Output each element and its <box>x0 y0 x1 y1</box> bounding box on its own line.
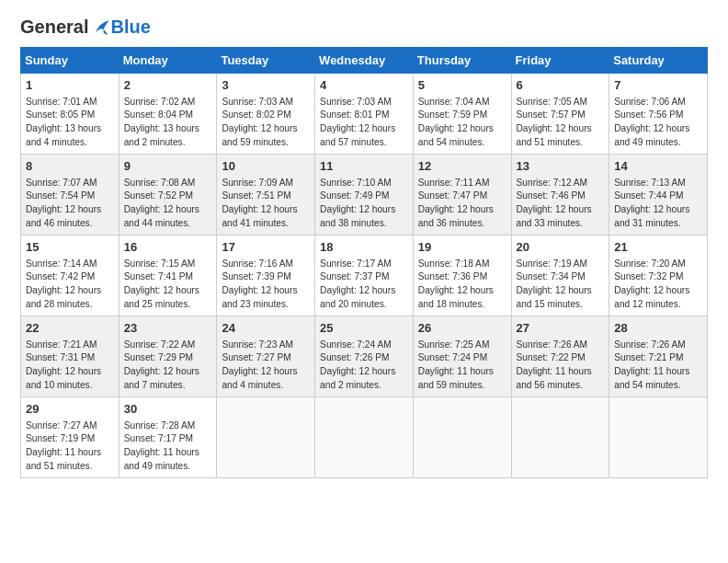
day-info: Sunrise: 7:27 AMSunset: 7:19 PMDaylight:… <box>26 420 101 471</box>
week-row-2: 8Sunrise: 7:07 AMSunset: 7:54 PMDaylight… <box>21 155 708 236</box>
day-cell-30: 30Sunrise: 7:28 AMSunset: 7:17 PMDayligh… <box>119 397 217 478</box>
day-cell-26: 26Sunrise: 7:25 AMSunset: 7:24 PMDayligh… <box>413 316 511 397</box>
day-info: Sunrise: 7:11 AMSunset: 7:47 PMDaylight:… <box>418 178 494 228</box>
day-cell-8: 8Sunrise: 7:07 AMSunset: 7:54 PMDaylight… <box>21 155 119 236</box>
day-info: Sunrise: 7:20 AMSunset: 7:32 PMDaylight:… <box>614 259 689 309</box>
day-number: 20 <box>517 239 605 256</box>
day-info: Sunrise: 7:07 AMSunset: 7:54 PMDaylight:… <box>26 178 101 228</box>
day-number: 22 <box>26 320 114 337</box>
header: General Blue <box>20 17 708 38</box>
header-tuesday: Tuesday <box>217 48 315 74</box>
day-info: Sunrise: 7:08 AMSunset: 7:52 PMDaylight:… <box>124 178 199 228</box>
day-cell-20: 20Sunrise: 7:19 AMSunset: 7:34 PMDayligh… <box>511 236 609 316</box>
day-info: Sunrise: 7:13 AMSunset: 7:44 PMDaylight:… <box>614 178 689 228</box>
day-number: 21 <box>614 239 702 256</box>
day-cell-2: 2Sunrise: 7:02 AMSunset: 8:04 PMDaylight… <box>119 74 217 155</box>
logo-general-text: General <box>20 17 88 38</box>
header-saturday: Saturday <box>609 48 708 74</box>
day-number: 8 <box>26 158 114 175</box>
day-cell-10: 10Sunrise: 7:09 AMSunset: 7:51 PMDayligh… <box>217 155 315 236</box>
day-info: Sunrise: 7:16 AMSunset: 7:39 PMDaylight:… <box>222 259 297 309</box>
day-number: 23 <box>124 320 212 337</box>
logo-blue-text: Blue <box>110 17 150 38</box>
day-number: 13 <box>517 158 605 175</box>
header-sunday: Sunday <box>21 48 119 74</box>
day-number: 17 <box>222 239 310 256</box>
day-cell-17: 17Sunrise: 7:16 AMSunset: 7:39 PMDayligh… <box>217 236 315 316</box>
day-number: 28 <box>614 320 702 337</box>
week-row-3: 15Sunrise: 7:14 AMSunset: 7:42 PMDayligh… <box>21 236 708 316</box>
day-cell-18: 18Sunrise: 7:17 AMSunset: 7:37 PMDayligh… <box>315 236 414 316</box>
empty-cell <box>217 397 315 478</box>
day-info: Sunrise: 7:14 AMSunset: 7:42 PMDaylight:… <box>26 259 101 309</box>
day-cell-12: 12Sunrise: 7:11 AMSunset: 7:47 PMDayligh… <box>413 155 511 236</box>
day-info: Sunrise: 7:01 AMSunset: 8:05 PMDaylight:… <box>26 97 101 147</box>
day-info: Sunrise: 7:15 AMSunset: 7:41 PMDaylight:… <box>124 259 199 309</box>
day-cell-28: 28Sunrise: 7:26 AMSunset: 7:21 PMDayligh… <box>609 316 708 397</box>
day-number: 1 <box>26 77 114 94</box>
day-cell-15: 15Sunrise: 7:14 AMSunset: 7:42 PMDayligh… <box>21 236 119 316</box>
day-info: Sunrise: 7:05 AMSunset: 7:57 PMDaylight:… <box>517 97 592 147</box>
week-row-1: 1Sunrise: 7:01 AMSunset: 8:05 PMDaylight… <box>21 74 708 155</box>
day-cell-4: 4Sunrise: 7:03 AMSunset: 8:01 PMDaylight… <box>315 74 414 155</box>
day-cell-14: 14Sunrise: 7:13 AMSunset: 7:44 PMDayligh… <box>609 155 708 236</box>
day-cell-13: 13Sunrise: 7:12 AMSunset: 7:46 PMDayligh… <box>511 155 609 236</box>
calendar-header-row: SundayMondayTuesdayWednesdayThursdayFrid… <box>21 48 708 74</box>
day-info: Sunrise: 7:18 AMSunset: 7:36 PMDaylight:… <box>418 259 494 309</box>
empty-cell <box>609 397 708 478</box>
day-cell-11: 11Sunrise: 7:10 AMSunset: 7:49 PMDayligh… <box>315 155 414 236</box>
day-number: 15 <box>26 239 114 256</box>
day-number: 18 <box>320 239 408 256</box>
empty-cell <box>511 397 609 478</box>
logo-bird-icon <box>90 17 110 38</box>
day-cell-7: 7Sunrise: 7:06 AMSunset: 7:56 PMDaylight… <box>609 74 708 155</box>
header-thursday: Thursday <box>413 48 511 74</box>
day-info: Sunrise: 7:19 AMSunset: 7:34 PMDaylight:… <box>517 259 592 309</box>
day-number: 12 <box>418 158 506 175</box>
day-cell-1: 1Sunrise: 7:01 AMSunset: 8:05 PMDaylight… <box>21 74 119 155</box>
day-cell-5: 5Sunrise: 7:04 AMSunset: 7:59 PMDaylight… <box>413 74 511 155</box>
day-cell-3: 3Sunrise: 7:03 AMSunset: 8:02 PMDaylight… <box>217 74 315 155</box>
day-number: 6 <box>517 77 605 94</box>
header-friday: Friday <box>511 48 609 74</box>
day-number: 26 <box>418 320 506 337</box>
day-cell-23: 23Sunrise: 7:22 AMSunset: 7:29 PMDayligh… <box>119 316 217 397</box>
day-number: 9 <box>124 158 212 175</box>
day-cell-25: 25Sunrise: 7:24 AMSunset: 7:26 PMDayligh… <box>315 316 414 397</box>
day-info: Sunrise: 7:02 AMSunset: 8:04 PMDaylight:… <box>124 97 199 147</box>
day-cell-24: 24Sunrise: 7:23 AMSunset: 7:27 PMDayligh… <box>217 316 315 397</box>
day-number: 19 <box>418 239 506 256</box>
day-number: 27 <box>517 320 605 337</box>
day-info: Sunrise: 7:12 AMSunset: 7:46 PMDaylight:… <box>517 178 592 228</box>
day-number: 3 <box>222 77 310 94</box>
day-cell-29: 29Sunrise: 7:27 AMSunset: 7:19 PMDayligh… <box>21 397 119 478</box>
day-info: Sunrise: 7:22 AMSunset: 7:29 PMDaylight:… <box>124 339 199 390</box>
day-cell-21: 21Sunrise: 7:20 AMSunset: 7:32 PMDayligh… <box>609 236 708 316</box>
day-info: Sunrise: 7:26 AMSunset: 7:22 PMDaylight:… <box>517 339 592 390</box>
day-number: 11 <box>320 158 408 175</box>
day-number: 10 <box>222 158 310 175</box>
day-info: Sunrise: 7:04 AMSunset: 7:59 PMDaylight:… <box>418 97 494 147</box>
day-info: Sunrise: 7:03 AMSunset: 8:02 PMDaylight:… <box>222 97 297 147</box>
logo: General Blue <box>20 17 151 38</box>
header-wednesday: Wednesday <box>315 48 414 74</box>
day-number: 5 <box>418 77 506 94</box>
day-number: 14 <box>614 158 702 175</box>
empty-cell <box>315 397 414 478</box>
day-info: Sunrise: 7:09 AMSunset: 7:51 PMDaylight:… <box>222 178 297 228</box>
calendar-table: SundayMondayTuesdayWednesdayThursdayFrid… <box>20 47 708 478</box>
day-number: 16 <box>124 239 212 256</box>
calendar-page: General Blue SundayMondayTuesdayWednesda… <box>0 0 728 563</box>
day-info: Sunrise: 7:17 AMSunset: 7:37 PMDaylight:… <box>320 259 395 309</box>
day-number: 2 <box>124 77 212 94</box>
day-cell-9: 9Sunrise: 7:08 AMSunset: 7:52 PMDaylight… <box>119 155 217 236</box>
day-info: Sunrise: 7:03 AMSunset: 8:01 PMDaylight:… <box>320 97 395 147</box>
day-cell-19: 19Sunrise: 7:18 AMSunset: 7:36 PMDayligh… <box>413 236 511 316</box>
day-cell-6: 6Sunrise: 7:05 AMSunset: 7:57 PMDaylight… <box>511 74 609 155</box>
day-number: 24 <box>222 320 310 337</box>
day-info: Sunrise: 7:26 AMSunset: 7:21 PMDaylight:… <box>614 339 689 390</box>
empty-cell <box>413 397 511 478</box>
day-info: Sunrise: 7:23 AMSunset: 7:27 PMDaylight:… <box>222 339 297 390</box>
week-row-5: 29Sunrise: 7:27 AMSunset: 7:19 PMDayligh… <box>21 397 708 478</box>
day-cell-22: 22Sunrise: 7:21 AMSunset: 7:31 PMDayligh… <box>21 316 119 397</box>
